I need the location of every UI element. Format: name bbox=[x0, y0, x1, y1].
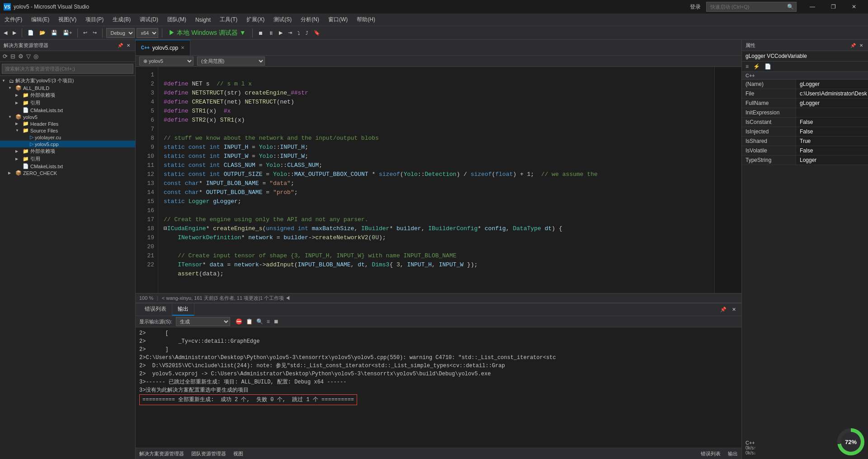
toolbar-back-btn[interactable]: ◀ bbox=[2, 29, 9, 37]
file-selector[interactable]: ⊕ yolov5 bbox=[139, 57, 193, 66]
tree-yolov5-ext-deps[interactable]: ▶ 📁 外部依赖项 bbox=[0, 147, 135, 155]
output-source-label: 显示输出源(S): bbox=[139, 318, 172, 325]
toolbar-new-btn[interactable]: 📄 bbox=[26, 29, 36, 37]
toolbar-misc-5[interactable]: ⤵ bbox=[296, 29, 302, 37]
toolbar-sep-4 bbox=[162, 28, 162, 38]
toolbar-save-btn[interactable]: 💾 bbox=[49, 29, 59, 37]
tree-header-files[interactable]: ▶ 📁 Header Files bbox=[0, 120, 135, 127]
bottom-nav-output[interactable]: 输出 bbox=[728, 450, 738, 457]
props-icon-3[interactable]: 📄 bbox=[763, 62, 773, 71]
toolbar-misc-4[interactable]: ⇥ bbox=[286, 29, 294, 37]
panel-toolbar: 📌 ✕ bbox=[116, 43, 132, 48]
output-close-btn[interactable]: ✕ bbox=[730, 306, 738, 313]
props-icon-2[interactable]: ⚡ bbox=[751, 62, 762, 71]
tree-all-build[interactable]: ▼ 📦 ALL_BUILD bbox=[0, 85, 135, 91]
login-text[interactable]: 登录 bbox=[690, 3, 701, 11]
menu-file[interactable]: 文件(F) bbox=[0, 14, 27, 26]
output-source-select[interactable]: 生成 bbox=[176, 317, 230, 326]
toolbar-open-btn[interactable]: 📂 bbox=[38, 29, 47, 37]
menu-team[interactable]: 团队(M) bbox=[163, 14, 191, 26]
pin-btn[interactable]: 📌 bbox=[116, 43, 124, 48]
menu-tools[interactable]: 工具(T) bbox=[215, 14, 242, 26]
prop-isvolatile-label: IsVolatile bbox=[742, 146, 796, 155]
se-filter-btn[interactable]: ▽ bbox=[25, 52, 32, 61]
toolbar-save-all-btn[interactable]: 💾+ bbox=[61, 29, 74, 37]
menu-view[interactable]: 视图(V) bbox=[54, 14, 81, 26]
tree-solution[interactable]: ▼ 🗂 解决方案'yolov5'(3 个项目) bbox=[0, 77, 135, 85]
bottom-nav-se[interactable]: 解决方案资源管理器 bbox=[139, 450, 184, 457]
expand-all-build: ▼ bbox=[8, 86, 15, 90]
tab-output[interactable]: 输出 bbox=[172, 303, 194, 316]
se-sync-btn[interactable]: ⟳ bbox=[2, 52, 9, 61]
toolbar-undo-btn[interactable]: ↩ bbox=[81, 29, 89, 37]
output-toolbar-btn-3[interactable]: 🔍 bbox=[256, 318, 263, 325]
bottom-nav-view[interactable]: 视图 bbox=[233, 450, 243, 457]
tree-yolov5-refs[interactable]: ▶ 📁 引用 bbox=[0, 155, 135, 163]
tree-all-build-cmake[interactable]: ▶ 📄 CMakeLists.txt bbox=[0, 107, 135, 114]
se-collapse-btn[interactable]: ⊟ bbox=[9, 52, 16, 61]
close-button[interactable]: ✕ bbox=[844, 0, 864, 14]
tree-all-build-refs[interactable]: ▶ 📁 引用 bbox=[0, 99, 135, 107]
tree-all-build-ext-deps[interactable]: ▶ 📁 外部依赖项 bbox=[0, 91, 135, 99]
prop-file-label: File bbox=[742, 89, 796, 98]
toolbar-misc-2[interactable]: ⏸ bbox=[267, 29, 275, 37]
header-files-label: Header Files bbox=[30, 121, 58, 127]
output-toolbar-btn-2[interactable]: 📋 bbox=[246, 318, 253, 325]
line-numbers: 12345 678910 1112131415 1617181920 2122 bbox=[136, 67, 158, 293]
tab-yolov5-cpp[interactable]: C++ yolov5.cpp ✕ bbox=[136, 40, 190, 55]
toolbar-redo-btn[interactable]: ↪ bbox=[91, 29, 99, 37]
title-search-input[interactable] bbox=[706, 2, 797, 12]
code-area[interactable]: 12345 678910 1112131415 1617181920 2122 … bbox=[136, 67, 714, 293]
menu-project[interactable]: 项目(P) bbox=[81, 14, 108, 26]
output-toolbar-btn-4[interactable]: ≡ bbox=[267, 318, 270, 325]
debug-mode-select[interactable]: Debug bbox=[106, 28, 135, 38]
tree-yolov5-cmake[interactable]: ▶ 📄 CMakeLists.txt bbox=[0, 163, 135, 170]
output-pin-btn[interactable]: 📌 bbox=[718, 306, 728, 313]
panel-close-btn[interactable]: ✕ bbox=[125, 43, 132, 48]
toolbar-forward-btn[interactable]: ▶ bbox=[11, 29, 18, 37]
output-toolbar-btn-1[interactable]: ⛔ bbox=[236, 318, 242, 325]
scope-selector[interactable]: (全局范围) bbox=[197, 57, 265, 66]
menu-build[interactable]: 生成(B) bbox=[108, 14, 135, 26]
menu-window[interactable]: 窗口(W) bbox=[324, 14, 352, 26]
menu-analyze[interactable]: 分析(N) bbox=[296, 14, 324, 26]
menu-edit[interactable]: 编辑(E) bbox=[27, 14, 54, 26]
menu-debug[interactable]: 调试(D) bbox=[135, 14, 163, 26]
se-props-btn[interactable]: ⚙ bbox=[17, 52, 24, 61]
minimize-button[interactable]: — bbox=[802, 0, 823, 14]
solution-tree: ▼ 🗂 解决方案'yolov5'(3 个项目) ▼ 📦 ALL_BUILD ▶ … bbox=[0, 76, 135, 459]
menu-nsight[interactable]: Nsight bbox=[191, 14, 215, 26]
props-pin-btn[interactable]: 📌 bbox=[849, 43, 857, 48]
all-build-ext-label: 外部依赖项 bbox=[30, 92, 55, 99]
search-icon: 🔍 bbox=[787, 4, 794, 10]
tab-close-btn[interactable]: ✕ bbox=[181, 45, 184, 50]
tree-source-files[interactable]: ▼ 📁 Source Files bbox=[0, 127, 135, 134]
toolbar-misc-1[interactable]: ⏹ bbox=[256, 29, 265, 37]
tree-yolov5[interactable]: ▼ 📦 yolov5 bbox=[0, 114, 135, 120]
bottom-nav-errors[interactable]: 错误列表 bbox=[701, 450, 721, 457]
tree-zero-check[interactable]: ▶ 📦 ZERO_CHECK bbox=[0, 170, 135, 176]
maximize-button[interactable]: ❐ bbox=[823, 0, 844, 14]
output-content[interactable]: 2> [ 2> _Ty=cv::detail::GraphEdge 2> ] 2… bbox=[136, 327, 741, 448]
se-search-input[interactable] bbox=[2, 64, 133, 74]
tree-yololayer[interactable]: ▶ ▷ yololayer.cu bbox=[0, 134, 135, 141]
menu-extensions[interactable]: 扩展(X) bbox=[242, 14, 269, 26]
menu-test[interactable]: 测试(S) bbox=[269, 14, 296, 26]
tab-error-list[interactable]: 错误列表 bbox=[139, 303, 172, 316]
toolbar-misc-3[interactable]: ▶ bbox=[277, 29, 284, 37]
yolov5-ext-label: 外部依赖项 bbox=[30, 148, 55, 155]
platform-select[interactable]: x64 bbox=[137, 28, 158, 38]
props-icon-1[interactable]: ≡ bbox=[744, 62, 750, 71]
se-search bbox=[0, 62, 135, 76]
toolbar-misc-7[interactable]: 🔖 bbox=[312, 29, 322, 37]
toolbar-misc-6[interactable]: ⤴ bbox=[304, 29, 310, 37]
se-preview-btn[interactable]: ◎ bbox=[33, 52, 39, 61]
props-close-btn[interactable]: ✕ bbox=[858, 43, 864, 48]
bottom-nav-team[interactable]: 团队资源管理器 bbox=[191, 450, 226, 457]
title-bar-right: 登录 🔍 — ❐ ✕ bbox=[690, 0, 864, 14]
menu-help[interactable]: 帮助(H) bbox=[352, 14, 380, 26]
output-toolbar-btn-5[interactable]: ⏹ bbox=[274, 318, 279, 325]
run-button[interactable]: ▶ 本地 Windows 调试器 ▼ bbox=[166, 29, 248, 37]
tree-yolov5-cpp[interactable]: ▶ ▷ yolov5.cpp bbox=[0, 141, 135, 147]
main-layout: 解决方案资源管理器 📌 ✕ ⟳ ⊟ ⚙ ▽ ◎ ▼ 🗂 解决方案'yolov5'… bbox=[0, 40, 868, 459]
